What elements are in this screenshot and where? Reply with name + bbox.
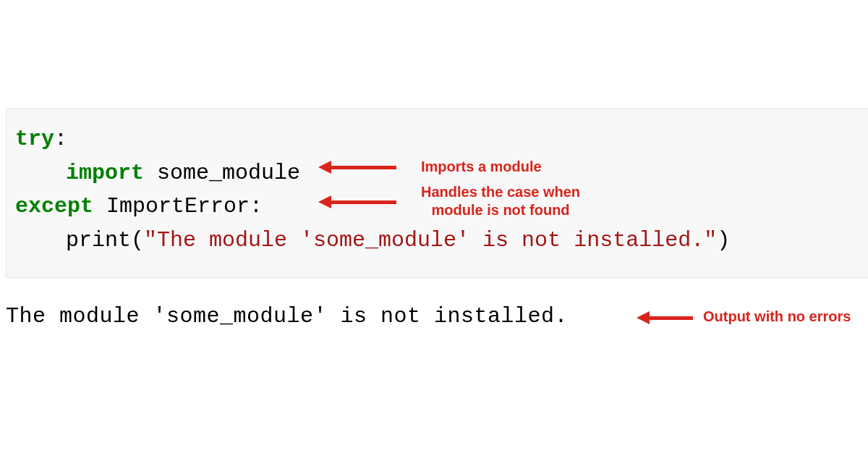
code-line-1: try: [15, 122, 859, 156]
arrow-icon [637, 311, 693, 324]
module-name: some_module [144, 161, 300, 185]
code-line-4: print("The module 'some_module' is not i… [15, 224, 859, 258]
annotation-handles-line2: module is not found [421, 201, 580, 219]
annotation-output: Output with no errors [703, 308, 851, 326]
keyword-try: try [15, 127, 54, 151]
paren-open: ( [131, 228, 144, 253]
output-text: The module 'some_module' is not installe… [6, 304, 568, 329]
colon: : [54, 127, 67, 151]
keyword-import: import [66, 161, 144, 185]
annotation-handles-line1: Handles the case when [421, 183, 580, 201]
paren-close: ) [717, 228, 730, 253]
function-print: print [66, 228, 131, 253]
annotation-imports: Imports a module [421, 158, 542, 176]
annotation-handles: Handles the case when module is not foun… [421, 183, 580, 219]
arrow-icon [318, 161, 396, 174]
arrow-icon [318, 195, 396, 208]
string-literal: "The module 'some_module' is not install… [144, 228, 717, 253]
error-type: ImportError [93, 194, 250, 219]
keyword-except: except [15, 194, 93, 219]
colon: : [250, 194, 263, 219]
